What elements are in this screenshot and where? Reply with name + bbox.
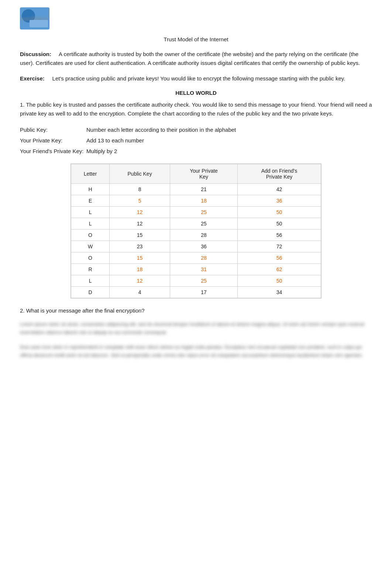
cell-friends-key: 50 <box>237 275 321 287</box>
cell-private-key: 18 <box>170 195 238 207</box>
question2-section: 2. What is your message after the final … <box>20 307 372 314</box>
exercise-section: Exercise: Let's practice using public an… <box>20 74 372 83</box>
public-key-line: Public Key: Number each letter according… <box>20 125 372 135</box>
cell-private-key: 25 <box>170 207 238 218</box>
cell-friends-key: 72 <box>237 241 321 252</box>
cell-letter: L <box>71 207 110 218</box>
question2-text: 2. What is your message after the final … <box>20 307 145 314</box>
cell-friends-key: 56 <box>237 230 321 241</box>
cell-public-key: 23 <box>110 241 170 252</box>
cell-letter: D <box>71 287 110 298</box>
public-key-rule: Number each letter according to their po… <box>86 125 236 135</box>
cell-private-key: 17 <box>170 287 238 298</box>
discussion-section: Discussion: A certificate authority is t… <box>20 50 372 68</box>
table-row: L122550 <box>71 218 321 230</box>
col-letter: Letter <box>71 164 110 184</box>
table-row: L122550 <box>71 275 321 287</box>
friends-key-rule: Multiply by 2 <box>86 146 117 156</box>
table-row: R183162 <box>71 264 321 275</box>
cell-friends-key: 50 <box>237 207 321 218</box>
cell-friends-key: 56 <box>237 252 321 264</box>
page-title: Trust Model of the Internet <box>20 36 372 42</box>
cell-private-key: 25 <box>170 218 238 230</box>
table-row: E51836 <box>71 195 321 207</box>
table-row: W233672 <box>71 241 321 252</box>
cell-private-key: 25 <box>170 275 238 287</box>
cell-public-key: 15 <box>110 230 170 241</box>
cell-letter: L <box>71 275 110 287</box>
cell-friends-key: 36 <box>237 195 321 207</box>
cell-private-key: 21 <box>170 184 238 195</box>
cell-private-key: 28 <box>170 230 238 241</box>
private-key-line: Your Private Key: Add 13 to each number <box>20 135 372 145</box>
cell-friends-key: 34 <box>237 287 321 298</box>
cell-private-key: 28 <box>170 252 238 264</box>
friends-key-line: Your Friend's Private Key: Multiply by 2 <box>20 146 372 156</box>
table-row: D41734 <box>71 287 321 298</box>
message-display: HELLO WORLD <box>20 90 372 96</box>
cell-letter: L <box>71 218 110 230</box>
cell-public-key: 5 <box>110 195 170 207</box>
blurred-text-2: Duis aute irure dolor in reprehenderit i… <box>20 343 372 359</box>
cell-public-key: 8 <box>110 184 170 195</box>
table-row: L122550 <box>71 207 321 218</box>
cell-letter: O <box>71 230 110 241</box>
cell-letter: E <box>71 195 110 207</box>
col-public-key: Public Key <box>110 164 170 184</box>
col-private-key: Your PrivateKey <box>170 164 238 184</box>
private-key-rule: Add 13 to each number <box>86 135 144 145</box>
cell-public-key: 12 <box>110 275 170 287</box>
table-row: H82142 <box>71 184 321 195</box>
friends-key-label: Your Friend's Private Key: <box>20 146 86 156</box>
cell-private-key: 31 <box>170 264 238 275</box>
table-header-row: Letter Public Key Your PrivateKey Add on… <box>71 164 321 184</box>
col-friends-key: Add on Friend'sPrivate Key <box>237 164 321 184</box>
table-row: O152856 <box>71 230 321 241</box>
cell-public-key: 18 <box>110 264 170 275</box>
header: LearnPlatform <box>20 7 372 30</box>
cell-friends-key: 50 <box>237 218 321 230</box>
cell-public-key: 12 <box>110 218 170 230</box>
cell-letter: W <box>71 241 110 252</box>
cell-friends-key: 62 <box>237 264 321 275</box>
logo-text: LearnPlatform <box>20 16 49 21</box>
step1-section: 1. The public key is trusted and passes … <box>20 100 372 118</box>
encryption-table-container: Letter Public Key Your PrivateKey Add on… <box>71 163 321 299</box>
exercise-label: Exercise: <box>20 75 52 82</box>
key-info: Public Key: Number each letter according… <box>20 125 372 156</box>
cell-letter: H <box>71 184 110 195</box>
cell-private-key: 36 <box>170 241 238 252</box>
discussion-text: A certificate authority is trusted by bo… <box>20 51 360 66</box>
exercise-text: Let's practice using public and private … <box>52 75 345 82</box>
blurred-answer-area: Lorem ipsum dolor sit amet, consectetur … <box>20 320 372 359</box>
public-key-label: Public Key: <box>20 125 86 135</box>
encryption-table: Letter Public Key Your PrivateKey Add on… <box>71 164 321 298</box>
private-key-label: Your Private Key: <box>20 135 86 145</box>
cell-public-key: 4 <box>110 287 170 298</box>
step1-text: 1. The public key is trusted and passes … <box>20 101 372 117</box>
blurred-text-1: Lorem ipsum dolor sit amet, consectetur … <box>20 320 372 337</box>
cell-letter: O <box>71 252 110 264</box>
cell-public-key: 15 <box>110 252 170 264</box>
cell-letter: R <box>71 264 110 275</box>
logo: LearnPlatform <box>20 7 49 30</box>
cell-friends-key: 42 <box>237 184 321 195</box>
cell-public-key: 12 <box>110 207 170 218</box>
discussion-label: Discussion: <box>20 51 59 57</box>
table-row: O152856 <box>71 252 321 264</box>
